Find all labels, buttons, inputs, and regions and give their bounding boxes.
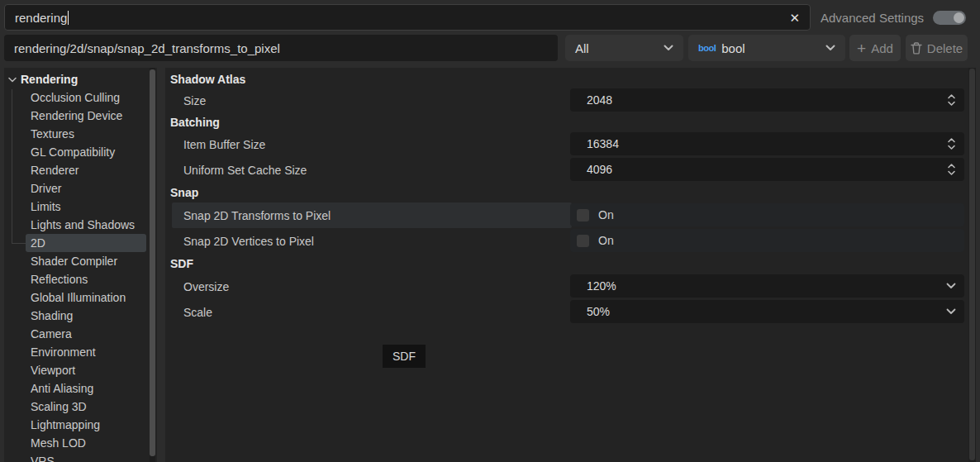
section-header-snap: Snap	[165, 183, 976, 202]
property-label: Uniform Set Cache Size	[165, 164, 307, 177]
text-caret	[68, 11, 69, 25]
updown-arrows-icon[interactable]	[947, 163, 956, 176]
tree-item-label: Viewport	[31, 364, 75, 377]
property-path-input[interactable]: rendering/2d/snap/snap_2d_transforms_to_…	[4, 35, 558, 61]
section-header-sdf: SDF	[165, 254, 976, 274]
uniform-set-cache-size-spinner[interactable]: 4096	[570, 158, 964, 181]
tree-item[interactable]: Viewport	[4, 361, 157, 379]
property-label: Size	[165, 94, 206, 107]
tree-item[interactable]: Lightmapping	[4, 416, 157, 434]
advanced-settings-toggle[interactable]	[933, 11, 966, 25]
type-dropdown[interactable]: bool bool	[688, 35, 845, 61]
filter-dropdown[interactable]: All	[565, 35, 683, 61]
size-spinner[interactable]: 2048	[570, 88, 964, 112]
oversize-dropdown[interactable]: 120%	[570, 274, 964, 298]
checkbox-state-label: On	[598, 234, 614, 247]
snap-2d-transforms-value-cell: On	[570, 203, 964, 226]
tree-item[interactable]: Rendering Device	[4, 107, 157, 125]
tree-item[interactable]: Mesh LOD	[4, 434, 157, 452]
settings-search-input[interactable]: rendering ✕	[4, 4, 811, 31]
tree-item-label: 2D	[31, 236, 45, 250]
property-row-snap-2d-transforms: Snap 2D Transforms to Pixel On	[165, 202, 976, 228]
advanced-settings-label: Advanced Settings	[821, 11, 924, 25]
tree-item-label: Camera	[31, 327, 72, 341]
property-label: Snap 2D Transforms to Pixel	[165, 209, 331, 222]
property-label: Item Buffer Size	[165, 138, 265, 151]
add-property-button[interactable]: + Add	[849, 35, 901, 61]
settings-category-tree: Rendering Occlusion Culling Rendering De…	[4, 68, 157, 462]
tree-item[interactable]: Global Illumination	[4, 288, 157, 307]
tree-item[interactable]: Limits	[4, 198, 157, 216]
trash-icon	[911, 42, 922, 55]
property-label: Oversize	[165, 280, 229, 293]
scrollbar-thumb[interactable]	[969, 69, 975, 460]
section-header-batching: Batching	[165, 113, 976, 131]
delete-property-button[interactable]: Delete	[906, 35, 968, 61]
tree-item[interactable]: GL Compatibility	[4, 143, 157, 161]
toggle-knob	[954, 12, 964, 23]
item-buffer-size-spinner[interactable]: 16384	[570, 132, 964, 155]
checkbox-state-label: On	[598, 208, 614, 221]
tree-item[interactable]: Environment	[4, 343, 157, 361]
filter-dropdown-value: All	[575, 41, 589, 55]
updown-arrows-icon[interactable]	[947, 137, 956, 150]
tree-item[interactable]: Renderer	[4, 161, 157, 179]
property-row-size: Size 2048	[165, 88, 976, 113]
property-row-scale: Scale 50%	[165, 299, 976, 325]
bool-type-icon: bool	[698, 43, 716, 53]
tree-item[interactable]: Driver	[4, 179, 157, 198]
dropdown-value: 50%	[587, 305, 610, 318]
tree-item-label: Mesh LOD	[31, 436, 86, 450]
tree-item-label: Scaling 3D	[31, 400, 87, 413]
tree-item[interactable]: Lights and Shadows	[4, 216, 157, 234]
tree-item[interactable]: Scaling 3D	[4, 398, 157, 416]
snap-2d-vertices-checkbox[interactable]	[577, 235, 589, 247]
property-row-oversize: Oversize 120%	[165, 274, 976, 299]
clear-search-icon[interactable]: ✕	[789, 12, 800, 24]
snap-2d-transforms-checkbox[interactable]	[577, 209, 589, 221]
tree-item-label: Occlusion Culling	[31, 91, 120, 104]
updown-arrows-icon[interactable]	[947, 93, 956, 107]
snap-2d-vertices-value-cell: On	[570, 229, 964, 252]
tree-item-label: Limits	[31, 200, 61, 213]
add-button-label: Add	[871, 41, 893, 55]
scale-dropdown[interactable]: 50%	[570, 300, 964, 323]
tree-item-label: Rendering Device	[31, 109, 122, 122]
main-panel-scrollbar[interactable]	[968, 68, 976, 462]
search-query-text: rendering	[15, 11, 67, 25]
tree-item-label: GL Compatibility	[31, 145, 115, 159]
spinner-value: 4096	[587, 163, 612, 176]
chevron-down-icon	[946, 308, 956, 315]
plus-icon: +	[857, 40, 866, 56]
tree-item-label: Shader Compiler	[31, 255, 117, 268]
chevron-down-icon	[8, 77, 17, 83]
tree-item[interactable]: Camera	[4, 325, 157, 343]
tree-item-label: Global Illumination	[31, 291, 126, 304]
tree-root-rendering[interactable]: Rendering	[4, 70, 157, 88]
tree-item[interactable]: VRS	[4, 452, 157, 462]
tree-item-label: Driver	[31, 182, 61, 195]
tree-item[interactable]: Textures	[4, 125, 157, 143]
section-header-shadow-atlas: Shadow Atlas	[165, 71, 976, 88]
chevron-down-icon	[664, 45, 673, 51]
tree-item-label: Shading	[31, 309, 73, 322]
type-dropdown-value: bool	[721, 41, 745, 55]
tree-item[interactable]: Shading	[4, 307, 157, 325]
spinner-value: 2048	[587, 93, 612, 107]
tree-item-label: Textures	[31, 127, 74, 141]
advanced-settings-control: Advanced Settings	[821, 4, 966, 31]
tree-item[interactable]: Anti Aliasing	[4, 379, 157, 398]
tree-item[interactable]: Reflections	[4, 270, 157, 288]
tree-item-label: Anti Aliasing	[31, 382, 93, 395]
delete-button-label: Delete	[927, 41, 963, 55]
tree-item-label: Lights and Shadows	[31, 218, 135, 231]
tree-item-label: Lightmapping	[31, 418, 100, 431]
property-path-text: rendering/2d/snap/snap_2d_transforms_to_…	[14, 41, 280, 55]
tree-item-label: Environment	[31, 345, 96, 359]
tree-item[interactable]: Shader Compiler	[4, 252, 157, 270]
tree-item[interactable]: Occlusion Culling	[4, 88, 157, 107]
tree-item-label: Renderer	[31, 164, 78, 177]
tree-selection-highlight: 2D	[26, 234, 146, 252]
tree-item-2d-selected[interactable]: 2D	[4, 234, 157, 252]
tree-item-label: VRS	[31, 455, 55, 462]
